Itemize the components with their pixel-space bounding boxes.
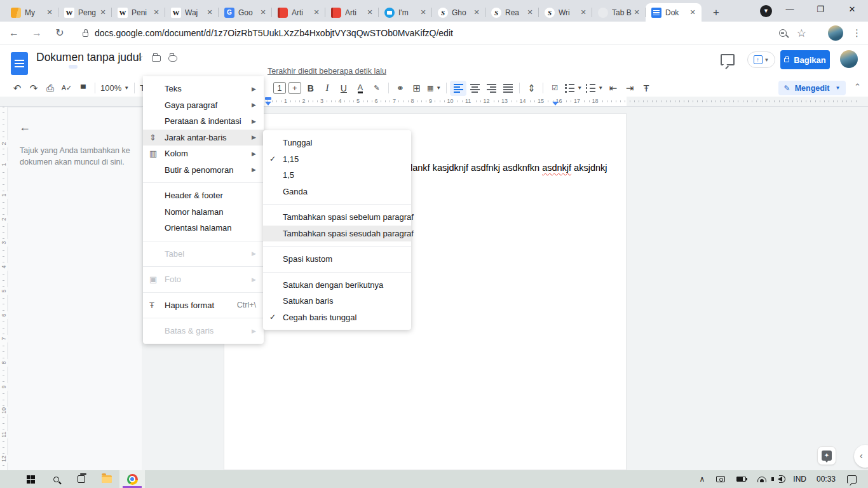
close-tab-icon[interactable]: ✕ bbox=[418, 8, 428, 18]
format-menu-item[interactable]: Ŧ Hapus format Ctrl+\ bbox=[143, 297, 264, 314]
spacing-submenu-item[interactable] bbox=[263, 246, 411, 247]
browser-tab[interactable]: W Waj ✕ bbox=[165, 3, 219, 22]
close-tab-icon[interactable]: ✕ bbox=[98, 8, 108, 18]
format-menu-item[interactable]: ⇕ Jarak antar-baris ▶ bbox=[143, 130, 264, 146]
browser-tab[interactable]: S Gho ✕ bbox=[432, 3, 485, 22]
browser-tab[interactable]: Tab Baru ✕ bbox=[592, 3, 646, 22]
left-indent-marker[interactable] bbox=[265, 102, 271, 105]
menubar-item[interactable] bbox=[95, 65, 104, 69]
close-tab-icon[interactable]: ✕ bbox=[632, 8, 642, 18]
minimize-button[interactable]: — bbox=[775, 0, 804, 20]
start-button[interactable] bbox=[18, 470, 43, 488]
keyboard-language-indicator[interactable]: IND bbox=[793, 475, 806, 484]
browser-tab[interactable]: G Goo ✕ bbox=[219, 3, 272, 22]
spacing-submenu-item[interactable] bbox=[263, 272, 411, 273]
chrome-taskbar-button[interactable] bbox=[119, 470, 145, 488]
format-menu-item[interactable]: Tabel ▶ bbox=[143, 246, 264, 262]
reload-icon[interactable]: ↻ bbox=[51, 24, 69, 42]
zoom-out-indicator-icon[interactable] bbox=[779, 29, 787, 37]
format-menu-item[interactable]: Header & footer bbox=[143, 187, 264, 204]
move-to-folder-icon[interactable] bbox=[152, 55, 161, 62]
close-tab-icon[interactable]: ✕ bbox=[525, 8, 535, 18]
spacing-submenu-item[interactable]: Tambahkan spasi sesudah paragraf bbox=[263, 226, 411, 242]
close-tab-icon[interactable]: ✕ bbox=[688, 8, 698, 18]
cast-display-icon[interactable] bbox=[716, 476, 725, 482]
close-tab-icon[interactable]: ✕ bbox=[365, 8, 375, 18]
first-line-indent-marker[interactable] bbox=[265, 97, 271, 100]
google-docs-logo-icon[interactable] bbox=[11, 52, 28, 75]
menubar-item[interactable] bbox=[33, 65, 42, 69]
format-menu-item[interactable] bbox=[143, 182, 264, 183]
bookmark-star-icon[interactable]: ☆ bbox=[797, 27, 806, 40]
browser-tab[interactable]: W Peng ✕ bbox=[58, 3, 112, 22]
spacing-submenu-item[interactable]: Satukan baris bbox=[263, 293, 411, 309]
present-button[interactable]: ↑ ▼ bbox=[747, 51, 775, 68]
browser-tab[interactable]: Arti ✕ bbox=[325, 3, 379, 22]
format-menu-item[interactable]: Orientasi halaman bbox=[143, 220, 264, 236]
volume-icon[interactable] bbox=[778, 477, 782, 482]
file-explorer-button[interactable] bbox=[94, 470, 119, 488]
browser-tab[interactable]: S Wri ✕ bbox=[539, 3, 592, 22]
browser-tab[interactable]: I'm ✕ bbox=[379, 3, 432, 22]
tray-expand-chevron-icon[interactable]: ∧ bbox=[700, 475, 705, 484]
clock[interactable]: 00:33 bbox=[817, 475, 836, 484]
spacing-submenu-item[interactable]: 1,5 bbox=[263, 167, 411, 184]
format-menu-item[interactable]: Nomor halaman bbox=[143, 204, 264, 220]
new-tab-button[interactable]: + bbox=[708, 4, 724, 21]
spacing-submenu-item[interactable]: ✓ 1,15 bbox=[263, 151, 411, 168]
format-menu-item[interactable] bbox=[143, 266, 264, 267]
editing-mode-button[interactable]: ✎ Mengedit ▼ bbox=[778, 81, 846, 95]
browser-tab[interactable]: W Peni ✕ bbox=[112, 3, 165, 22]
notification-center-icon[interactable] bbox=[847, 475, 857, 484]
spacing-submenu-item[interactable]: ✓ Cegah baris tunggal bbox=[263, 309, 411, 326]
account-avatar[interactable] bbox=[840, 50, 858, 68]
browser-menu-dots-icon[interactable]: ⋮ bbox=[852, 27, 862, 39]
forward-icon[interactable]: → bbox=[28, 24, 46, 42]
menubar-item[interactable] bbox=[86, 65, 95, 69]
close-tab-icon[interactable]: ✕ bbox=[311, 8, 322, 18]
horizontal-ruler[interactable]: 123456789101112131415161718 bbox=[0, 97, 868, 107]
format-menu-item[interactable]: ▣ Foto ▶ bbox=[143, 271, 264, 288]
browser-tab[interactable]: Dok ✕ bbox=[646, 3, 702, 22]
menubar-item[interactable] bbox=[42, 65, 51, 69]
site-security-lock-icon[interactable] bbox=[83, 32, 88, 37]
close-tab-icon[interactable]: ✕ bbox=[578, 8, 588, 18]
format-menu-item[interactable]: Gaya paragraf ▶ bbox=[143, 97, 264, 114]
format-menu-item[interactable]: Teks ▶ bbox=[143, 81, 264, 97]
share-button[interactable]: Bagikan bbox=[780, 50, 830, 69]
taskbar-search-button[interactable] bbox=[43, 470, 69, 488]
task-view-button[interactable] bbox=[69, 470, 94, 488]
spacing-submenu-item[interactable]: Tunggal bbox=[263, 135, 411, 151]
right-indent-marker[interactable] bbox=[552, 102, 559, 105]
vertical-ruler[interactable]: 21123456789101112 bbox=[0, 107, 8, 470]
format-menu-item[interactable] bbox=[143, 292, 264, 293]
close-tab-icon[interactable]: ✕ bbox=[151, 8, 161, 18]
document-text-line[interactable]: lankf kasjdknjf asdfnkj asdknfkn asdnkjf… bbox=[410, 163, 607, 173]
close-outline-arrow-icon[interactable]: ← bbox=[19, 121, 31, 134]
browser-tab[interactable]: Arti ✕ bbox=[272, 3, 325, 22]
url-text[interactable]: docs.google.com/document/d/1z7OizRbT5Uuk… bbox=[95, 28, 779, 38]
browser-tab[interactable]: My ✕ bbox=[5, 3, 58, 22]
menubar-item[interactable] bbox=[78, 65, 86, 69]
document-status-cloud-icon[interactable] bbox=[168, 55, 177, 62]
spacing-submenu-item[interactable]: Tambahkan spasi sebelum paragraf bbox=[263, 209, 411, 226]
menubar-item[interactable] bbox=[69, 65, 78, 69]
wifi-icon[interactable] bbox=[757, 477, 766, 482]
format-menu-item[interactable]: Batas & garis ▶ bbox=[143, 323, 264, 339]
close-window-button[interactable]: ✕ bbox=[837, 0, 867, 20]
back-icon[interactable]: ← bbox=[5, 24, 23, 42]
document-title[interactable]: Dokumen tanpa judul bbox=[36, 51, 141, 64]
browser-tab[interactable]: S Rea ✕ bbox=[485, 3, 539, 22]
format-menu-item[interactable] bbox=[143, 241, 264, 241]
media-controls-button[interactable]: ▼ bbox=[760, 5, 772, 17]
close-tab-icon[interactable]: ✕ bbox=[471, 8, 482, 18]
battery-icon[interactable] bbox=[736, 477, 746, 482]
format-menu-item[interactable]: Butir & penomoran ▶ bbox=[143, 162, 264, 179]
side-panel-chevron[interactable]: ‹ bbox=[854, 445, 868, 468]
close-tab-icon[interactable]: ✕ bbox=[205, 8, 215, 18]
spacing-submenu-item[interactable]: Ganda bbox=[263, 184, 411, 200]
format-menu-item[interactable] bbox=[143, 318, 264, 318]
star-document-icon[interactable]: ☆ bbox=[135, 52, 144, 62]
open-comments-icon[interactable] bbox=[721, 54, 735, 65]
menubar-item[interactable] bbox=[51, 65, 60, 69]
